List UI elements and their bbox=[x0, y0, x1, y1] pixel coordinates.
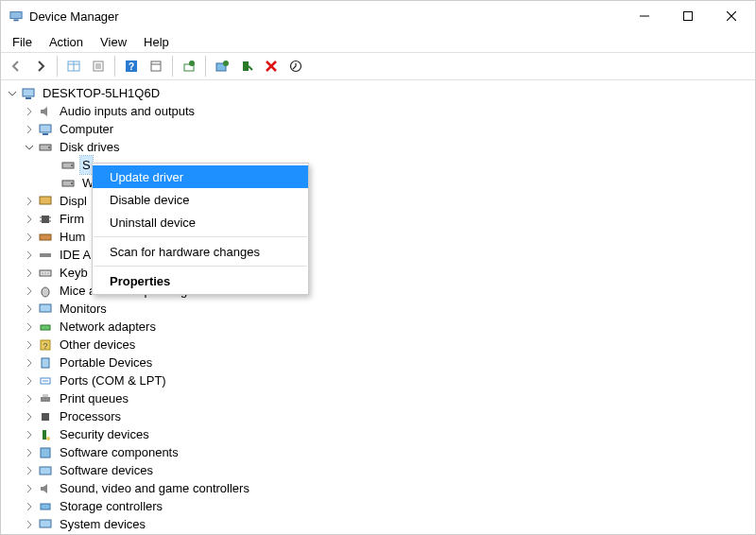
svg-rect-42 bbox=[40, 253, 51, 257]
tree-item[interactable]: Ports (COM & LPT) bbox=[1, 371, 755, 389]
expand-toggle[interactable] bbox=[22, 463, 37, 478]
expand-toggle[interactable] bbox=[22, 517, 37, 532]
menu-view[interactable]: View bbox=[93, 33, 134, 51]
expand-toggle[interactable] bbox=[22, 266, 37, 281]
expand-toggle[interactable] bbox=[22, 230, 37, 245]
tree-item[interactable]: System devices bbox=[1, 515, 755, 533]
close-button[interactable] bbox=[710, 2, 753, 30]
tree-item[interactable]: Sound, video and game controllers bbox=[1, 479, 755, 497]
svg-point-18 bbox=[189, 60, 195, 66]
tree-item[interactable]: Software devices bbox=[1, 461, 755, 479]
scan-hardware-icon[interactable] bbox=[145, 55, 167, 78]
back-icon[interactable] bbox=[5, 55, 27, 78]
svg-point-30 bbox=[48, 147, 50, 148]
svg-rect-62 bbox=[40, 520, 51, 527]
tree-item[interactable]: Computer bbox=[1, 120, 755, 138]
tree-item-disk-drives[interactable]: Disk drives bbox=[1, 138, 755, 156]
expand-toggle[interactable] bbox=[22, 409, 37, 424]
show-hidden-icon[interactable] bbox=[62, 55, 85, 78]
svg-rect-59 bbox=[41, 448, 50, 457]
tree-item[interactable]: ?Other devices bbox=[1, 336, 755, 354]
expand-toggle[interactable] bbox=[22, 391, 37, 406]
ctx-properties[interactable]: Properties bbox=[93, 269, 308, 292]
uninstall-icon[interactable] bbox=[211, 55, 233, 78]
minimize-button[interactable] bbox=[623, 2, 666, 30]
software-component-icon bbox=[38, 445, 53, 460]
tree-item[interactable]: Network adapters bbox=[1, 318, 755, 336]
expand-toggle[interactable] bbox=[22, 481, 37, 496]
expand-toggle[interactable] bbox=[22, 337, 37, 353]
storage-icon bbox=[38, 499, 53, 514]
expand-toggle[interactable] bbox=[22, 284, 37, 299]
tree-item[interactable]: Processors bbox=[1, 407, 755, 425]
svg-text:?: ? bbox=[129, 61, 134, 72]
svg-rect-15 bbox=[151, 61, 161, 71]
svg-rect-0 bbox=[10, 12, 22, 19]
hid-icon bbox=[38, 230, 53, 245]
svg-rect-61 bbox=[41, 504, 50, 509]
ctx-uninstall-device[interactable]: Uninstall device bbox=[93, 211, 308, 233]
other-icon: ? bbox=[38, 337, 53, 353]
svg-rect-1 bbox=[13, 20, 18, 22]
tree-item[interactable]: Audio inputs and outputs bbox=[1, 102, 755, 120]
expand-toggle[interactable] bbox=[22, 373, 37, 388]
toolbar-separator bbox=[172, 56, 173, 77]
ctx-separator bbox=[94, 236, 307, 237]
expand-toggle[interactable] bbox=[5, 86, 20, 101]
system-icon bbox=[38, 517, 53, 532]
svg-point-46 bbox=[47, 272, 48, 273]
expand-toggle[interactable] bbox=[22, 194, 37, 209]
expand-toggle[interactable] bbox=[22, 248, 37, 263]
expand-toggle[interactable] bbox=[22, 427, 37, 442]
audio-icon bbox=[38, 104, 53, 119]
disable-icon[interactable] bbox=[235, 55, 258, 78]
ctx-scan-hardware[interactable]: Scan for hardware changes bbox=[93, 240, 308, 263]
ctx-disable-device[interactable]: Disable device bbox=[93, 188, 308, 211]
tree-item[interactable]: Storage controllers bbox=[1, 497, 755, 515]
toolbar-separator bbox=[114, 56, 115, 77]
expand-toggle[interactable] bbox=[22, 355, 37, 371]
device-tree[interactable]: DESKTOP-5LH1Q6D Audio inputs and outputs… bbox=[1, 80, 755, 534]
disk-icon bbox=[38, 140, 53, 155]
expand-toggle[interactable] bbox=[22, 302, 37, 317]
computer-icon bbox=[21, 86, 36, 101]
network-icon bbox=[38, 319, 53, 335]
computer-icon bbox=[38, 122, 53, 137]
chip-icon bbox=[38, 212, 53, 227]
action-icon[interactable] bbox=[284, 55, 307, 78]
tree-item[interactable]: Portable Devices bbox=[1, 354, 755, 371]
menu-action[interactable]: Action bbox=[42, 33, 91, 51]
expand-toggle[interactable] bbox=[22, 445, 37, 460]
svg-point-34 bbox=[71, 182, 73, 184]
expand-toggle[interactable] bbox=[22, 212, 37, 227]
ctx-update-driver[interactable]: Update driver bbox=[93, 165, 308, 188]
display-icon bbox=[38, 194, 53, 209]
menu-file[interactable]: File bbox=[5, 33, 40, 51]
svg-rect-54 bbox=[41, 397, 50, 402]
tree-item[interactable]: Software components bbox=[1, 443, 755, 461]
expand-toggle[interactable] bbox=[22, 499, 37, 514]
maximize-button[interactable] bbox=[666, 2, 710, 30]
portable-icon bbox=[38, 355, 53, 371]
help-icon[interactable]: ? bbox=[120, 55, 143, 78]
remove-icon[interactable] bbox=[260, 55, 283, 78]
context-menu: Update driver Disable device Uninstall d… bbox=[92, 163, 309, 295]
expand-toggle[interactable] bbox=[22, 122, 37, 137]
update-driver-icon[interactable] bbox=[178, 55, 200, 78]
expand-toggle[interactable] bbox=[22, 140, 37, 155]
forward-icon[interactable] bbox=[29, 55, 52, 78]
properties-icon[interactable] bbox=[87, 55, 110, 78]
print-icon bbox=[38, 391, 53, 406]
menu-help[interactable]: Help bbox=[136, 33, 177, 51]
device-manager-window: Device Manager File Action View Help ? bbox=[0, 0, 756, 535]
expand-toggle[interactable] bbox=[22, 319, 37, 335]
tree-item[interactable]: Monitors bbox=[1, 300, 755, 318]
tree-item[interactable]: Print queues bbox=[1, 389, 755, 407]
security-icon bbox=[38, 427, 53, 442]
tree-item[interactable]: Security devices bbox=[1, 425, 755, 443]
svg-rect-52 bbox=[42, 358, 49, 368]
svg-rect-41 bbox=[40, 234, 51, 240]
expand-toggle[interactable] bbox=[22, 104, 37, 119]
device-manager-app-icon bbox=[9, 9, 24, 24]
tree-root[interactable]: DESKTOP-5LH1Q6D bbox=[1, 84, 755, 102]
